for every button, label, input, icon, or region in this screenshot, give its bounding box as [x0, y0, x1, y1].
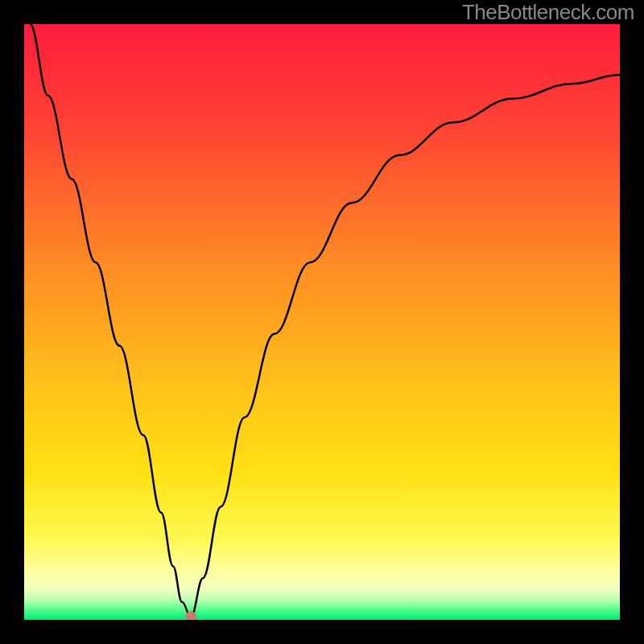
watermark-label: TheBottleneck.com	[462, 0, 634, 25]
chart-container: TheBottleneck.com	[0, 0, 644, 644]
bottleneck-plot	[24, 24, 620, 620]
gradient-background	[24, 24, 620, 620]
